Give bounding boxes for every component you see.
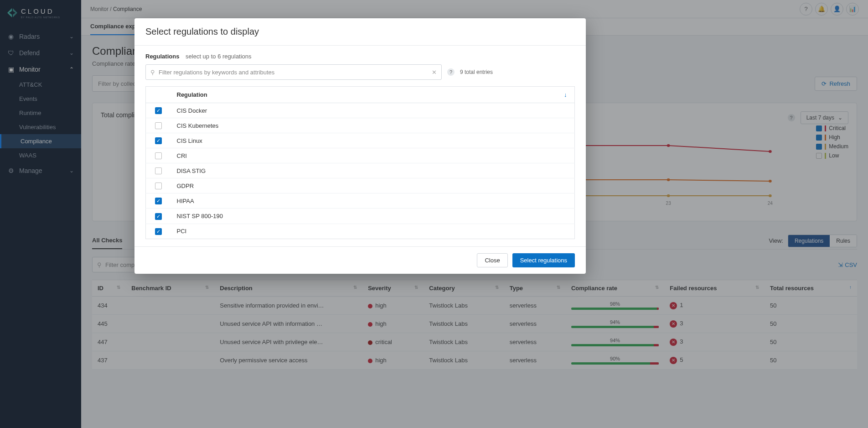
checkbox[interactable]: ✓ [155, 137, 162, 144]
arrow-down-icon: ↓ [564, 91, 567, 98]
checkbox[interactable] [155, 183, 162, 189]
modal-search-input[interactable]: ⚲ Filter regulations by keywords and att… [145, 64, 442, 80]
regulation-row[interactable]: CIS Kubernetes [146, 118, 575, 133]
col-regulation[interactable]: Regulation [171, 87, 557, 103]
checkbox[interactable]: ✓ [155, 198, 162, 204]
regulation-row[interactable]: ✓CIS Docker [146, 103, 575, 118]
regulation-row[interactable]: ✓NIST SP 800-190 [146, 209, 575, 224]
checkbox[interactable]: ✓ [155, 228, 162, 235]
regulations-table: Regulation ↓ ✓CIS DockerCIS Kubernetes✓C… [145, 86, 575, 239]
checkbox[interactable]: ✓ [155, 213, 162, 220]
regulation-row[interactable]: ✓CIS Linux [146, 133, 575, 148]
regulation-label: DISA STIG [171, 163, 557, 178]
checkbox[interactable] [155, 122, 162, 129]
help-icon[interactable]: ? [447, 68, 455, 76]
close-button[interactable]: Close [477, 253, 507, 267]
regulation-label: PCI [171, 224, 557, 239]
regulation-label: CIS Linux [171, 133, 557, 148]
filter-icon: ⚲ [150, 69, 155, 76]
col-sort[interactable]: ↓ [557, 87, 575, 103]
regulation-label: CIS Docker [171, 103, 557, 118]
checkbox[interactable] [155, 167, 162, 174]
regulation-label: CRI [171, 148, 557, 163]
regulation-row[interactable]: ✓HIPAA [146, 193, 575, 209]
col-checkbox [146, 87, 171, 103]
checkbox[interactable] [155, 152, 162, 159]
regulation-row[interactable]: DISA STIG [146, 163, 575, 178]
regulation-label: NIST SP 800-190 [171, 209, 557, 224]
checkbox[interactable]: ✓ [155, 107, 162, 114]
select-regulations-button[interactable]: Select regulations [512, 253, 575, 267]
modal-hint: select up to 6 regulations [186, 53, 252, 60]
regulation-row[interactable]: GDPR [146, 178, 575, 193]
regulations-modal: Select regulations to display Regulation… [134, 18, 586, 274]
modal-title: Select regulations to display [134, 18, 586, 46]
modal-label: Regulations [145, 53, 179, 60]
modal-entries: 9 total entries [460, 69, 493, 75]
clear-icon[interactable]: ✕ [432, 69, 437, 76]
regulation-row[interactable]: CRI [146, 148, 575, 163]
regulation-label: CIS Kubernetes [171, 118, 557, 133]
regulation-label: HIPAA [171, 193, 557, 209]
regulation-row[interactable]: ✓PCI [146, 224, 575, 239]
regulation-label: GDPR [171, 178, 557, 193]
